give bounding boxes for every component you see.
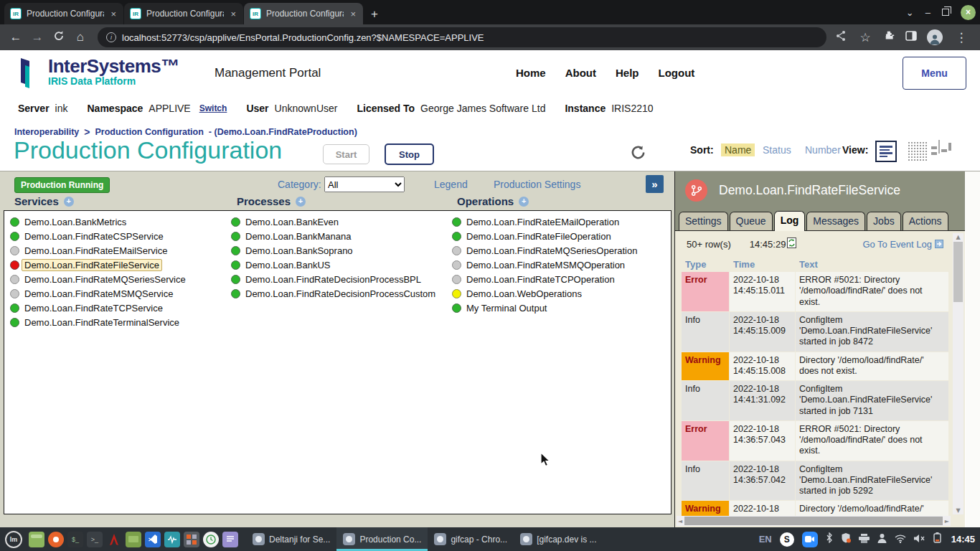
volume-muted-icon[interactable] <box>914 533 925 546</box>
view-list-icon[interactable] <box>875 141 897 162</box>
service-item[interactable]: Demo.Loan.FindRateTCPService <box>10 301 186 315</box>
add-process-icon[interactable]: + <box>296 197 306 207</box>
log-row[interactable]: Info 2022-10-18 14:36:57.042 ConfigItem … <box>682 461 948 501</box>
desktop-app-icon[interactable] <box>29 532 44 547</box>
panel-tab[interactable]: Actions <box>903 212 948 230</box>
service-item[interactable]: Demo.Loan.FindRateEMailService <box>10 243 186 258</box>
tab-close-icon[interactable]: × <box>349 9 357 19</box>
side-panel-icon[interactable] <box>905 31 917 44</box>
scroll-up-icon[interactable]: ▲ <box>954 233 961 241</box>
waveform-app-icon[interactable] <box>164 532 180 547</box>
panel-tab[interactable]: Jobs <box>867 212 901 230</box>
log-row[interactable]: Error 2022-10-18 14:36:57.043 ERROR #502… <box>682 421 948 461</box>
extensions-puzzle-icon[interactable] <box>884 30 895 44</box>
battery-icon[interactable] <box>933 532 941 546</box>
log-row[interactable]: Error 2022-10-18 14:45:15.011 ERROR #502… <box>682 272 948 311</box>
bluetooth-icon[interactable] <box>826 532 833 546</box>
process-item[interactable]: Demo.Loan.BankUS <box>231 258 435 272</box>
refresh-log-icon[interactable] <box>787 237 796 250</box>
operation-item[interactable]: Demo.Loan.WebOperations <box>452 286 637 301</box>
process-item[interactable]: Demo.Loan.FindRateDecisionProcessCustom <box>231 286 435 301</box>
go-to-event-log-link[interactable]: Go To Event Log <box>862 239 943 250</box>
service-item[interactable]: Demo.Loan.BankMetrics <box>10 215 186 229</box>
log-row[interactable]: Info 2022-10-18 14:41:31.092 ConfigItem … <box>682 381 948 420</box>
service-item[interactable]: Demo.Loan.FindRateMSMQService <box>10 286 186 301</box>
breadcrumb-root-link[interactable]: Interoperability <box>14 127 79 137</box>
panel-tab[interactable]: Messages <box>806 212 865 230</box>
reload-icon[interactable] <box>50 30 67 45</box>
log-row[interactable]: Warning 2022-10-18 14:45:15.008 Director… <box>682 352 948 381</box>
process-item[interactable]: Demo.Loan.BankManana <box>231 229 435 243</box>
service-item[interactable]: Demo.Loan.FindRateMQSeriesService <box>10 272 186 286</box>
operation-item[interactable]: My Terminal Output <box>452 301 637 315</box>
add-service-icon[interactable]: + <box>64 197 74 207</box>
process-item[interactable]: Demo.Loan.BankEven <box>231 215 435 229</box>
url-text[interactable]: localhost:52773/csp/applive/EnsPortal.Pr… <box>122 32 484 43</box>
printer-icon[interactable] <box>859 533 870 546</box>
vscode-icon[interactable] <box>145 532 161 547</box>
notes-app-icon[interactable] <box>222 532 238 547</box>
profile-avatar[interactable] <box>927 29 943 45</box>
taskbar-window-button[interactable]: Production Co... <box>336 527 428 551</box>
vscroll-thumb[interactable] <box>953 242 963 302</box>
view-split-icon[interactable] <box>938 140 940 154</box>
service-item[interactable]: Demo.Loan.FindRateFileService <box>10 258 186 272</box>
sync-clock-app-icon[interactable] <box>203 532 219 547</box>
operation-item[interactable]: Demo.Loan.FindRateMQSeriesOperation <box>452 243 637 258</box>
service-item[interactable]: Demo.Loan.FindRateCSPService <box>10 229 186 243</box>
log-vertical-scrollbar[interactable]: ▲ ▼ <box>953 233 963 514</box>
view-grid-icon[interactable] <box>907 141 928 162</box>
user-tray-icon[interactable] <box>877 533 887 546</box>
expand-panel-button[interactable]: » <box>646 175 664 193</box>
operation-item[interactable]: Demo.Loan.FindRateFileOperation <box>452 229 637 243</box>
mint-menu-icon[interactable]: lm <box>5 531 22 548</box>
process-item[interactable]: Demo.Loan.BankSoprano <box>231 243 435 258</box>
operation-item[interactable]: Demo.Loan.FindRateMSMQOperation <box>452 258 637 272</box>
home-icon[interactable]: ⌂ <box>72 30 89 44</box>
panel-tab[interactable]: Queue <box>730 212 773 230</box>
production-settings-link[interactable]: Production Settings <box>494 179 580 190</box>
share-icon[interactable] <box>835 30 847 44</box>
taskbar-window-button[interactable]: Deltanji for Se... <box>246 527 336 551</box>
shield-security-icon[interactable] <box>841 532 851 546</box>
scroll-left-icon[interactable]: ◄ <box>677 517 684 525</box>
hscroll-thumb[interactable] <box>684 517 943 525</box>
keyboard-layout-indicator[interactable]: EN <box>759 534 772 545</box>
minimize-icon[interactable]: – <box>925 7 930 18</box>
process-item[interactable]: Demo.Loan.FindRateDecisionProcessBPL <box>231 272 435 286</box>
start-production-button[interactable]: Start <box>323 144 369 164</box>
add-operation-icon[interactable]: + <box>519 197 529 207</box>
portal-nav-link[interactable]: Home <box>516 67 546 79</box>
bookmark-star-icon[interactable]: ☆ <box>857 30 874 45</box>
service-item[interactable]: Demo.Loan.FindRateTerminalService <box>10 315 186 329</box>
log-row[interactable]: Info 2022-10-18 14:45:15.009 ConfigItem … <box>682 312 948 352</box>
tab-close-icon[interactable]: × <box>109 9 118 19</box>
browser-tab[interactable]: IR Production Configuration × <box>244 3 363 24</box>
sort-option-status[interactable]: Status <box>759 143 795 156</box>
browser-tab[interactable]: IR Production Configuration × <box>4 3 123 24</box>
panel-tab[interactable]: Log <box>774 211 806 231</box>
panel-tab[interactable]: Settings <box>679 212 728 230</box>
stop-production-button[interactable]: Stop <box>385 143 434 165</box>
site-info-icon[interactable]: i <box>106 32 116 42</box>
back-icon[interactable]: ← <box>7 30 24 44</box>
taskbar-window-button[interactable]: [gifcap.dev is ... <box>514 527 603 551</box>
log-horizontal-scrollbar[interactable]: ◄ ► <box>677 516 951 526</box>
wifi-icon[interactable] <box>895 533 906 546</box>
new-tab-button[interactable]: + <box>364 7 385 24</box>
orange-app-icon[interactable] <box>48 532 64 547</box>
switch-namespace-link[interactable]: Switch <box>199 103 227 113</box>
tabsearch-chevron-icon[interactable]: ⌄ <box>906 7 914 18</box>
menu-button[interactable]: Menu <box>903 57 966 90</box>
close-window-icon[interactable]: × <box>961 5 976 20</box>
calculator-icon[interactable] <box>184 532 199 547</box>
operation-item[interactable]: Demo.Loan.FindRateTCPOperation <box>452 272 637 286</box>
log-col-time[interactable]: Time <box>730 258 795 271</box>
browser-tab[interactable]: IR Production Configuration × <box>124 3 243 24</box>
sort-option-number[interactable]: Number <box>801 143 844 156</box>
log-row[interactable]: Warning 2022-10-18 14:36:57.041 Director… <box>682 501 948 517</box>
operation-item[interactable]: Demo.Loan.FindRateEMailOperation <box>452 215 637 229</box>
taskbar-window-button[interactable]: gifcap - Chro... <box>428 527 514 551</box>
browser-menu-dots-icon[interactable]: ⋮ <box>953 30 970 45</box>
log-col-type[interactable]: Type <box>682 258 729 271</box>
